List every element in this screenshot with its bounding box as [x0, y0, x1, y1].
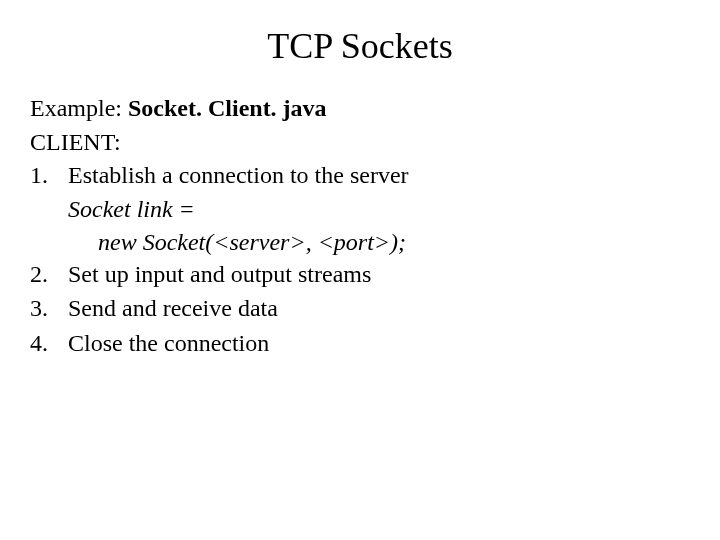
example-filename: Socket. Client. java: [128, 95, 327, 121]
slide-content: Example: Socket. Client. java CLIENT: 1.…: [30, 92, 690, 359]
step-text: Close the connection: [68, 327, 690, 359]
steps-list: 1. Establish a connection to the server …: [30, 159, 690, 359]
list-item: 3. Send and receive data: [30, 292, 690, 324]
step-number: 4.: [30, 327, 68, 359]
step-text: Establish a connection to the server: [68, 159, 690, 191]
step-text: Send and receive data: [68, 292, 690, 324]
example-label: Example:: [30, 95, 122, 121]
example-line: Example: Socket. Client. java: [30, 92, 690, 124]
step-text: Set up input and output streams: [68, 258, 690, 290]
step-number: 1.: [30, 159, 68, 191]
list-item: 4. Close the connection: [30, 327, 690, 359]
code-line: Socket link =: [68, 193, 690, 225]
step-number: 2.: [30, 258, 68, 290]
client-role: CLIENT:: [30, 126, 690, 158]
step-number: 3.: [30, 292, 68, 324]
code-line: new Socket(<server>, <port>);: [98, 226, 690, 258]
slide-title: TCP Sockets: [30, 25, 690, 67]
list-item: 1. Establish a connection to the server: [30, 159, 690, 191]
list-item: 2. Set up input and output streams: [30, 258, 690, 290]
